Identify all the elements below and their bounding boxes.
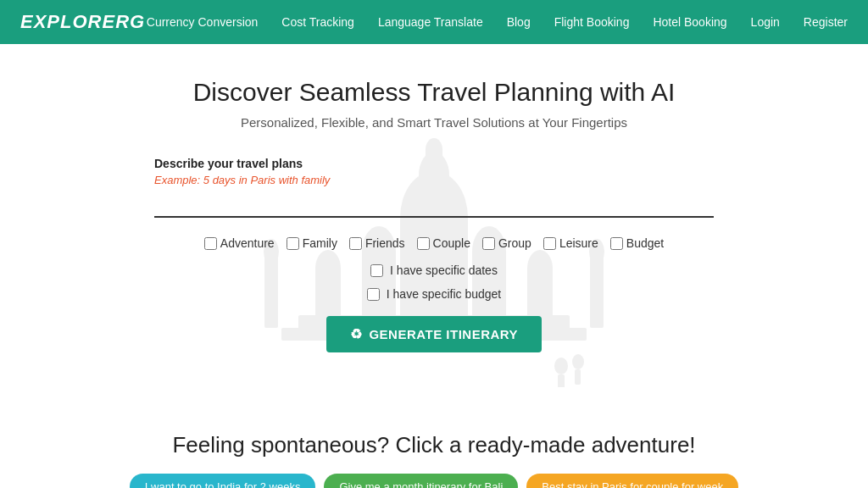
specific-dates-input[interactable]	[370, 264, 383, 277]
nav-links: Currency ConversionCost TrackingLanguage…	[147, 14, 848, 30]
checkbox-input-leisure[interactable]	[543, 237, 556, 250]
checkbox-friends[interactable]: Friends	[349, 236, 405, 250]
options-section: I have specific dates I have specific bu…	[154, 263, 714, 352]
specific-dates-checkbox[interactable]: I have specific dates	[370, 263, 498, 277]
nav-link-blog[interactable]: Blog	[507, 15, 531, 29]
chip-i-want-to-go-to-india-for-2-we[interactable]: I want to go to India for 2 weeks	[130, 474, 316, 488]
checkbox-family[interactable]: Family	[287, 236, 337, 250]
spontaneous-section: Feeling spontaneous? Click a ready-made …	[0, 408, 868, 488]
form-label: Describe your travel plans	[154, 157, 714, 170]
checkbox-budget[interactable]: Budget	[610, 236, 664, 250]
checkbox-leisure[interactable]: Leisure	[543, 236, 598, 250]
logo[interactable]: EXPLORERG	[20, 11, 145, 33]
checkbox-label-family: Family	[303, 236, 337, 250]
nav-link-register[interactable]: Register	[804, 15, 848, 29]
checkbox-label-group: Group	[498, 236, 531, 250]
checkbox-adventure[interactable]: Adventure	[204, 236, 275, 250]
checkbox-label-friends: Friends	[365, 236, 405, 250]
specific-dates-label: I have specific dates	[390, 263, 498, 277]
specific-budget-checkbox[interactable]: I have specific budget	[367, 287, 501, 301]
nav-link-login[interactable]: Login	[751, 15, 780, 29]
svg-point-21	[572, 354, 584, 369]
svg-rect-20	[558, 374, 565, 387]
nav-link-cost-tracking[interactable]: Cost Tracking	[281, 15, 354, 29]
specific-budget-input[interactable]	[367, 288, 380, 301]
checkbox-label-couple: Couple	[433, 236, 470, 250]
hero-section: Discover Seamless Travel Planning with A…	[0, 44, 868, 408]
nav-link-flight-booking[interactable]: Flight Booking	[554, 15, 630, 29]
checkbox-label-budget: Budget	[626, 236, 664, 250]
travel-input[interactable]	[154, 191, 714, 218]
svg-rect-22	[575, 369, 581, 385]
travel-form: Describe your travel plans Example: 5 da…	[146, 157, 722, 352]
checkbox-group[interactable]: Group	[482, 236, 531, 250]
generate-label: GENERATE ITINERARY	[369, 327, 518, 341]
spontaneous-title: Feeling spontaneous? Click a ready-made …	[17, 432, 851, 458]
navbar: EXPLORERG Currency ConversionCost Tracki…	[0, 0, 868, 44]
checkbox-input-budget[interactable]	[610, 237, 623, 250]
checkbox-input-adventure[interactable]	[204, 237, 217, 250]
checkbox-couple[interactable]: Couple	[417, 236, 470, 250]
nav-link-currency-conversion[interactable]: Currency Conversion	[147, 15, 259, 29]
hero-subtitle: Personalized, Flexible, and Smart Travel…	[241, 115, 627, 130]
chip-best-stay-in-paris-for-couple-[interactable]: Best stay in Paris for couple for week	[526, 474, 738, 488]
nav-link-language-translate[interactable]: Language Translate	[378, 15, 483, 29]
checkbox-input-couple[interactable]	[417, 237, 430, 250]
hero-content: Discover Seamless Travel Planning with A…	[129, 78, 739, 352]
chip-give-me-a-month-itinerary-for-[interactable]: Give me a month itinerary for Bali	[324, 474, 518, 488]
checkbox-input-friends[interactable]	[349, 237, 362, 250]
hero-title: Discover Seamless Travel Planning with A…	[193, 78, 676, 107]
specific-budget-label: I have specific budget	[387, 287, 501, 301]
checkbox-input-family[interactable]	[287, 237, 299, 250]
form-example: Example: 5 days in Paris with family	[154, 174, 714, 186]
category-checkboxes: AdventureFamilyFriendsCoupleGroupLeisure…	[154, 236, 714, 250]
generate-icon: ♻	[350, 326, 363, 342]
nav-link-hotel-booking[interactable]: Hotel Booking	[653, 15, 726, 29]
svg-point-19	[554, 358, 568, 374]
checkbox-label-adventure: Adventure	[220, 236, 275, 250]
checkbox-input-group[interactable]	[482, 237, 495, 250]
chips-row-1: I want to go to India for 2 weeksGive me…	[17, 474, 851, 488]
checkbox-label-leisure: Leisure	[559, 236, 598, 250]
generate-button[interactable]: ♻ GENERATE ITINERARY	[326, 316, 542, 352]
